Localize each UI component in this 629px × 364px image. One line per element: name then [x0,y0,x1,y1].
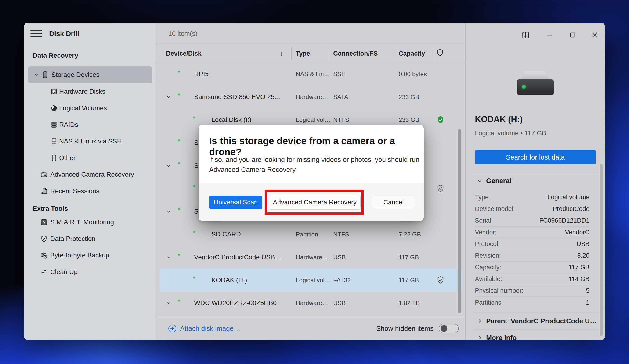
column-header-type[interactable]: Type [296,50,310,57]
device-row-rpi5[interactable]: RPI5NAS & Lin…SSH0.00 bytes [160,63,462,86]
sidebar-item-label: Data Protection [24,235,95,243]
protection-shield-green-check-icon [437,116,444,124]
sidebar-item-label: Logical Volumes [24,104,107,112]
inspector-device-name: KODAK (H:) [475,114,523,124]
field-value: 114 GB [568,275,590,283]
sidebar: Disk Drill Data RecoveryStorage DevicesH… [24,23,157,340]
sidebar-item-hardware-disks[interactable]: Hardware Disks [24,83,156,100]
plus-circle-icon [168,325,176,332]
row-expander-chevron-down-icon[interactable] [165,94,172,100]
device-name: WDC WD20EZRZ-00Z5HB0 [194,299,277,307]
device-type: Hardware… [296,299,328,307]
protection-icon [40,235,48,243]
column-divider [393,47,393,59]
row-expander-chevron-down-icon[interactable] [165,300,172,306]
sidebar-item-nas-linux-via-ssh[interactable]: NAS & Linux via SSH [24,133,156,150]
sidebar-item-byte-to-byte-backup[interactable]: Byte-to-byte Backup [24,247,156,264]
parent-device-section-header[interactable]: Parent 'VendorC ProductCode U… [466,316,605,326]
divider [472,329,598,330]
field-label: Type: [475,194,490,201]
general-field-row: Revision:3.20 [475,250,590,262]
device-row-sd-card[interactable]: SD CARDPartitionNTFS7.22 GB [160,223,462,246]
field-label: Serial [475,217,491,224]
field-label: Vendor: [475,229,497,236]
other-device-icon [50,154,58,162]
attach-disk-image-link[interactable]: Attach disk image… [168,317,240,340]
search-for-lost-data-button[interactable]: Search for lost data [475,150,596,165]
column-header-capacity[interactable]: Capacity [399,50,425,57]
universal-scan-button[interactable]: Universal Scan [209,195,262,209]
sidebar-item-other[interactable]: Other [24,150,156,166]
column-divider [328,47,328,59]
table-header: Device/Disk ↓ Type Connection/FS Capacit… [157,45,465,62]
general-field-row: Vendor:VendorC [475,227,590,238]
chevron-right-icon [477,335,483,340]
raids-icon [50,121,58,129]
device-capacity: 233 GB [399,93,419,101]
cleanup-icon [40,268,48,276]
column-header-protection-shield-icon[interactable] [437,48,444,58]
sidebar-item-recent-sessions[interactable]: Recent Sessions [24,183,156,199]
general-field-row: Capacity:117 GB [475,262,590,273]
field-value: 1 [586,299,590,306]
device-connection-fs: SSH [333,71,346,78]
sidebar-item-s-m-a-r-t-monitoring[interactable]: S.M.A.R.T. Monitoring [24,214,156,230]
column-header-device[interactable]: Device/Disk [166,50,202,57]
device-connection-fs: FAT32 [333,277,351,284]
sidebar-item-clean-up[interactable]: Clean Up [24,264,156,280]
sidebar-nav: Data RecoveryStorage DevicesHardware Dis… [24,44,156,280]
book-icon[interactable] [520,30,531,40]
cancel-button[interactable]: Cancel [373,195,414,209]
show-hidden-items-toggle[interactable] [439,324,459,333]
sort-descending-icon[interactable]: ↓ [280,50,283,57]
sidebar-item-logical-volumes[interactable]: Logical Volumes [24,100,156,116]
device-connection-fs: NTFS [333,231,349,238]
divider [472,175,598,175]
table-scrollbar-thumb[interactable] [458,129,461,313]
device-row-wdc-wd20ezrz-00z5hb0[interactable]: WDC WD20EZRZ-00Z5HB0Hardware…USB1.82 TB [160,291,462,314]
hardware-disks-icon [50,88,58,95]
row-expander-chevron-down-icon[interactable] [165,163,172,169]
more-info-section-header[interactable]: More info [466,333,605,340]
device-illustration [516,72,554,95]
chevron-down-icon [477,178,483,184]
row-expander-chevron-down-icon[interactable] [165,208,172,214]
sessions-icon [40,187,48,195]
sidebar-header: Disk Drill [24,23,156,44]
storage-devices-icon [41,71,49,79]
device-name: S [194,162,198,169]
column-header-connection[interactable]: Connection/FS [333,50,378,57]
general-field-row: Protocol:USB [475,238,590,250]
device-row-kodak-h-[interactable]: KODAK (H:)Logical vol…FAT32117 GB [160,269,462,291]
dialog-title: Is this storage device from a camera or … [209,136,420,158]
maximize-icon[interactable] [568,30,578,40]
general-section-header[interactable]: General [466,176,605,186]
field-label: Revision: [475,252,501,259]
column-divider [434,47,434,59]
sidebar-item-storage-devices[interactable]: Storage Devices [28,66,152,83]
device-row-vendorc-productcode-usb-[interactable]: VendorC ProductCode USB…Hardware…USB117 … [160,246,462,269]
sidebar-item-raids[interactable]: RAIDs [24,116,156,133]
field-label: Partitions: [475,299,503,306]
close-icon[interactable] [590,30,600,40]
device-type: NAS & Lin… [296,71,330,78]
row-expander-chevron-down-icon[interactable] [165,254,172,260]
sidebar-item-data-protection[interactable]: Data Protection [24,230,156,247]
hamburger-menu-icon[interactable] [30,29,42,38]
device-connection-fs: USB [333,299,346,307]
device-connection-fs: SATA [333,93,348,101]
general-field-row: Available:114 GB [475,273,590,285]
divider [472,313,598,313]
device-row-samsung-ssd-850-evo-25-[interactable]: Samsung SSD 850 EVO 25…Hardware…SATA233 … [160,86,462,108]
advanced-camera-recovery-button[interactable]: Advanced Camera Recovery [269,195,361,210]
more-info-label: More info [486,334,517,340]
device-capacity: 1.82 TB [399,299,420,307]
device-name: SD CARD [211,231,241,238]
field-value: ProductCode [553,205,590,213]
minimize-icon[interactable] [544,30,554,40]
device-name: S [194,139,198,147]
device-name: Local Disk (I:) [211,116,251,124]
inspector-scrollbar-thumb[interactable] [600,164,603,336]
device-connection-fs: NTFS [333,116,349,124]
sidebar-item-advanced-camera-recovery[interactable]: Advanced Camera Recovery [24,166,156,183]
